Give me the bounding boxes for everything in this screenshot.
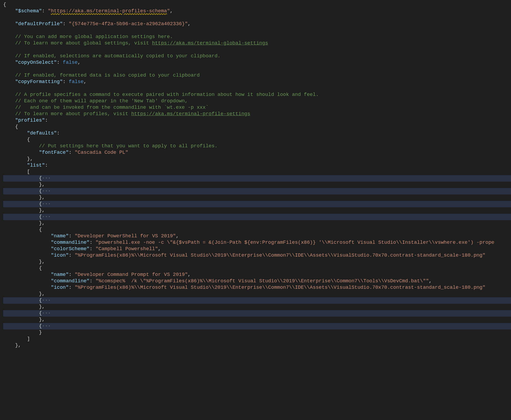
brace-close: }, bbox=[15, 343, 21, 348]
code-line[interactable]: }, bbox=[3, 291, 511, 297]
folded-region[interactable]: {··· bbox=[3, 323, 511, 329]
json-string: "{574e775e-4f2a-5b96-ac1e-a2962a402336}" bbox=[69, 21, 188, 27]
code-line[interactable]: }, bbox=[3, 304, 511, 310]
code-line[interactable]: "copyFormatting": false, bbox=[3, 79, 511, 85]
json-bool: false bbox=[63, 60, 78, 65]
indent bbox=[3, 143, 39, 149]
code-line[interactable]: [ bbox=[3, 169, 511, 175]
folded-region[interactable]: {··· bbox=[3, 310, 511, 317]
folded-region[interactable]: {··· bbox=[3, 175, 511, 182]
indent bbox=[3, 137, 27, 142]
folded-region[interactable]: {··· bbox=[3, 201, 511, 207]
code-line[interactable]: "icon": "%ProgramFiles(x86)%\\Microsoft … bbox=[3, 284, 511, 291]
code-line[interactable]: }, bbox=[3, 182, 511, 188]
comment: // Put settings here that you want to ap… bbox=[39, 143, 217, 149]
fold-ellipsis-icon[interactable]: ··· bbox=[42, 201, 51, 207]
json-string: "Cascadia Code PL" bbox=[75, 150, 128, 155]
code-line[interactable]: }, bbox=[3, 156, 511, 162]
indent bbox=[3, 169, 27, 175]
brace-close: } bbox=[39, 330, 42, 335]
code-line[interactable]: "copyOnSelect": false, bbox=[3, 59, 511, 66]
json-string: "%ProgramFiles(x86)%\\Microsoft Visual S… bbox=[75, 285, 485, 290]
code-line[interactable]: "commandline": "%comspec% /k \"%ProgramF… bbox=[3, 278, 511, 284]
brace-open: { bbox=[39, 214, 42, 220]
code-line[interactable]: // Each one of them will appear in the '… bbox=[3, 98, 511, 104]
code-line[interactable]: // To learn more about profiles, visit h… bbox=[3, 111, 511, 117]
code-line[interactable]: "list": bbox=[3, 162, 511, 169]
code-line[interactable]: // A profile specifies a command to exec… bbox=[3, 92, 511, 98]
code-line[interactable]: // If enabled, formatted data is also co… bbox=[3, 72, 511, 79]
indent bbox=[3, 21, 15, 27]
code-line[interactable]: // and can be invoked from the commandli… bbox=[3, 104, 511, 111]
code-line[interactable]: { bbox=[3, 137, 511, 143]
code-line[interactable]: // To learn more about global settings, … bbox=[3, 40, 511, 47]
indent bbox=[3, 8, 15, 14]
indent bbox=[3, 175, 39, 181]
code-line[interactable]: "$schema": "https://aka.ms/terminal-prof… bbox=[3, 8, 511, 14]
code-line[interactable]: "defaultProfile": "{574e775e-4f2a-5b96-a… bbox=[3, 21, 511, 27]
folded-region[interactable]: {··· bbox=[3, 188, 511, 194]
folded-region[interactable]: {··· bbox=[3, 297, 511, 304]
bracket-open: [ bbox=[27, 169, 30, 175]
json-key: "icon" bbox=[51, 253, 69, 258]
fold-ellipsis-icon[interactable]: ··· bbox=[42, 310, 51, 316]
code-line[interactable]: }, bbox=[3, 342, 511, 349]
indent bbox=[3, 156, 27, 162]
code-line[interactable]: { bbox=[3, 124, 511, 130]
indent bbox=[3, 278, 51, 284]
colon: : bbox=[69, 285, 75, 290]
json-key: "copyFormatting" bbox=[15, 79, 63, 85]
brace-close: }, bbox=[39, 304, 45, 310]
comment-link[interactable]: https://aka.ms/terminal-profile-settings bbox=[131, 111, 250, 117]
colon: : bbox=[90, 240, 95, 245]
code-line[interactable]: }, bbox=[3, 317, 511, 323]
code-line[interactable]: }, bbox=[3, 259, 511, 265]
brace-close: }, bbox=[39, 208, 45, 213]
json-string: "Campbell Powershell" bbox=[95, 246, 158, 252]
blank-line bbox=[3, 14, 511, 21]
code-line[interactable]: "fontFace": "Cascadia Code PL" bbox=[3, 149, 511, 156]
indent bbox=[3, 188, 39, 194]
code-line[interactable]: { bbox=[3, 2, 511, 8]
code-line[interactable]: ] bbox=[3, 336, 511, 342]
fold-ellipsis-icon[interactable]: ··· bbox=[42, 188, 51, 194]
folded-region[interactable]: {··· bbox=[3, 214, 511, 220]
fold-ellipsis-icon[interactable]: ··· bbox=[42, 323, 51, 329]
code-line[interactable]: { bbox=[3, 227, 511, 233]
code-line[interactable]: }, bbox=[3, 194, 511, 201]
code-line[interactable]: }, bbox=[3, 220, 511, 227]
code-line[interactable]: "name": "Developer PowerShell for VS 201… bbox=[3, 233, 511, 239]
comma: , bbox=[170, 8, 173, 14]
comma: , bbox=[188, 21, 191, 27]
indent bbox=[3, 259, 39, 265]
colon: : bbox=[69, 272, 75, 278]
fold-ellipsis-icon[interactable]: ··· bbox=[42, 175, 51, 181]
fold-ellipsis-icon[interactable]: ··· bbox=[42, 298, 51, 303]
code-line[interactable]: "defaults": bbox=[3, 130, 511, 137]
code-line[interactable]: { bbox=[3, 265, 511, 272]
code-line[interactable]: "colorScheme": "Campbell Powershell", bbox=[3, 246, 511, 252]
code-line[interactable]: "profiles": bbox=[3, 117, 511, 124]
code-line[interactable]: } bbox=[3, 329, 511, 336]
blank-line bbox=[3, 27, 511, 34]
code-line[interactable]: // You can add more global application s… bbox=[3, 34, 511, 40]
code-line[interactable]: }, bbox=[3, 207, 511, 214]
comment: // You can add more global application s… bbox=[15, 34, 173, 40]
code-line[interactable]: "commandline": "powershell.exe -noe -c \… bbox=[3, 239, 511, 246]
code-line[interactable]: // Put settings here that you want to ap… bbox=[3, 143, 511, 149]
indent bbox=[3, 79, 15, 85]
schema-url-link[interactable]: https://aka.ms/terminal-profiles-schema bbox=[51, 8, 167, 14]
comma: , bbox=[158, 246, 161, 252]
comment: // To learn more about global settings, … bbox=[15, 40, 152, 46]
comment-link[interactable]: https://aka.ms/terminal-global-settings bbox=[152, 40, 268, 46]
brace-open: { bbox=[39, 265, 42, 271]
indent bbox=[3, 98, 15, 104]
quote: " bbox=[48, 8, 51, 14]
code-editor[interactable]: { "$schema": "https://aka.ms/terminal-pr… bbox=[0, 0, 511, 359]
brace-close: }, bbox=[39, 259, 45, 265]
code-line[interactable]: "icon": "%ProgramFiles(x86)%\\Microsoft … bbox=[3, 252, 511, 259]
code-line[interactable]: // If enabled, selections are automatica… bbox=[3, 53, 511, 59]
json-key: "name" bbox=[51, 233, 69, 239]
fold-ellipsis-icon[interactable]: ··· bbox=[42, 214, 51, 220]
code-line[interactable]: "name": "Developer Command Prompt for VS… bbox=[3, 272, 511, 278]
